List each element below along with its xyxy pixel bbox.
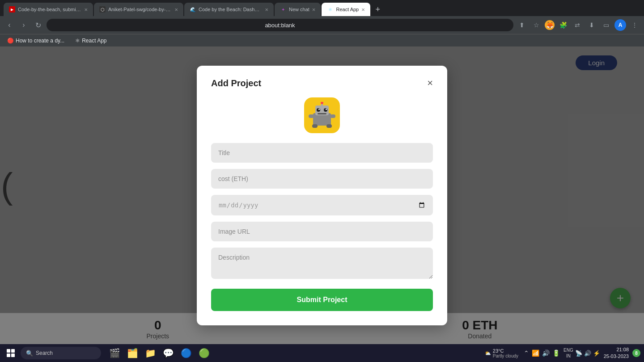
- taskbar-search-label: Search: [36, 350, 53, 356]
- reload-button[interactable]: ↻: [32, 19, 44, 31]
- taskbar-clock: 21:08 25-03-2023: [604, 346, 629, 360]
- bookmark-1-favicon: 🔴: [7, 38, 14, 44]
- network-icon[interactable]: 📶: [532, 349, 539, 357]
- tab-1[interactable]: ▶ Code-by-the-beach, submission ×: [4, 3, 93, 16]
- tab-2-close[interactable]: ×: [174, 6, 178, 13]
- bookmark-2[interactable]: ⚛ React App: [72, 37, 109, 45]
- system-icons: ⌃ 📶 🔊 🔋: [524, 349, 560, 357]
- win-sq-3: [7, 354, 10, 357]
- modal-icon-area: [211, 97, 433, 133]
- bookmarks-bar: 🔴 How to create a dy... ⚛ React App: [0, 34, 644, 46]
- svg-point-8: [321, 102, 323, 104]
- taskbar-search-icon: 🔍: [26, 350, 33, 357]
- start-button[interactable]: [4, 346, 18, 360]
- svg-point-4: [318, 109, 320, 110]
- avatar-icon[interactable]: 🦊: [545, 20, 555, 30]
- date-input[interactable]: [211, 195, 433, 215]
- tab-3[interactable]: 🌊 Code by the Beach: Dashboard | ×: [184, 3, 274, 16]
- volume-icon[interactable]: 🔊: [584, 350, 591, 357]
- sync-icon[interactable]: ⇄: [572, 19, 583, 31]
- taskbar-search[interactable]: 🔍 Search: [21, 347, 101, 359]
- download-icon[interactable]: ⬇: [586, 19, 597, 31]
- svg-point-3: [324, 108, 327, 112]
- speakers-icon[interactable]: 🔊: [542, 349, 550, 357]
- forward-button[interactable]: ›: [18, 19, 30, 31]
- share-icon[interactable]: ⬆: [516, 19, 528, 31]
- battery-icon[interactable]: 🔋: [552, 349, 560, 357]
- taskbar-app-3-icon: 📁: [145, 348, 156, 358]
- chevron-up-icon[interactable]: ⌃: [524, 349, 529, 357]
- power-icon[interactable]: ⚡: [593, 350, 600, 357]
- taskbar-apps: 🎬 🗂️ 📁 💬 🔵 🟢: [106, 345, 212, 361]
- svg-rect-11: [309, 114, 314, 118]
- description-input[interactable]: [211, 248, 433, 279]
- svg-rect-6: [318, 113, 326, 114]
- tab-2[interactable]: ⬡ Aniket-Patel-swg/code-by-the-b... ×: [94, 3, 183, 16]
- back-button[interactable]: ‹: [4, 19, 15, 31]
- taskbar-app-1[interactable]: 🎬: [106, 345, 123, 361]
- tab-5[interactable]: ⚛ React App ×: [322, 3, 370, 16]
- taskbar-right: ⛅ 23°C Partly cloudy ⌃ 📶 🔊 🔋 ENG IN 📡 🔊 …: [485, 346, 640, 360]
- svg-rect-10: [326, 124, 332, 128]
- tab-4-favicon: ✦: [280, 6, 286, 13]
- sidebar-icon[interactable]: ▭: [600, 19, 612, 31]
- weather-temp: 23°C: [493, 348, 518, 354]
- tab-4-close[interactable]: ×: [312, 6, 316, 13]
- tab-2-title: Aniket-Patel-swg/code-by-the-b...: [108, 7, 172, 12]
- windows-logo: [7, 349, 15, 357]
- puzzle-icon[interactable]: 🧩: [557, 19, 569, 31]
- taskbar-app-2-icon: 🗂️: [127, 348, 138, 358]
- taskbar-app-5[interactable]: 🔵: [178, 345, 194, 361]
- taskbar-app-6[interactable]: 🟢: [196, 345, 212, 361]
- bookmark-icon[interactable]: ☆: [530, 19, 542, 31]
- weather-widget: ⛅ 23°C Partly cloudy: [485, 348, 518, 358]
- modal-header: Add Project ×: [211, 78, 433, 88]
- browser-chrome: ▶ Code-by-the-beach, submission × ⬡ Anik…: [0, 0, 644, 46]
- taskbar-app-2[interactable]: 🗂️: [124, 345, 140, 361]
- win-sq-1: [7, 349, 10, 353]
- clock-time: 21:08: [604, 346, 629, 353]
- tab-bar: ▶ Code-by-the-beach, submission × ⬡ Anik…: [0, 0, 644, 16]
- weather-desc: Partly cloudy: [493, 354, 518, 358]
- tab-2-favicon: ⬡: [99, 6, 106, 13]
- toolbar-icons: ⬆ ☆ 🦊 🧩 ⇄ ⬇ ▭ A ⋮: [516, 19, 640, 31]
- image-url-input[interactable]: [211, 222, 433, 241]
- add-project-modal: Add Project ×: [197, 66, 447, 325]
- svg-rect-12: [330, 114, 335, 118]
- modal-close-button[interactable]: ×: [427, 78, 433, 88]
- taskbar: 🔍 Search 🎬 🗂️ 📁 💬 🔵 🟢 ⛅ 23°C Partly clou…: [0, 344, 644, 362]
- taskbar-app-4[interactable]: 💬: [160, 345, 176, 361]
- tab-1-title: Code-by-the-beach, submission: [18, 7, 81, 12]
- weather-icon: ⛅: [485, 350, 491, 356]
- tab-3-title: Code by the Beach: Dashboard |: [199, 7, 262, 12]
- tab-4-title: New chat: [289, 7, 309, 12]
- taskbar-app-6-icon: 🟢: [199, 348, 210, 358]
- svg-point-2: [317, 108, 320, 112]
- tab-1-close[interactable]: ×: [84, 6, 88, 13]
- taskbar-app-3[interactable]: 📁: [142, 345, 158, 361]
- taskbar-app-1-icon: 🎬: [109, 348, 120, 358]
- svg-rect-9: [312, 124, 318, 128]
- tab-3-close[interactable]: ×: [265, 6, 268, 13]
- notification-badge[interactable]: 8: [632, 349, 640, 357]
- wifi-icon[interactable]: 📡: [575, 350, 582, 357]
- bookmark-1[interactable]: 🔴 How to create a dy...: [4, 37, 67, 45]
- title-input[interactable]: [211, 143, 433, 163]
- robot-icon: [304, 97, 340, 133]
- profile-icon[interactable]: A: [614, 19, 626, 31]
- submit-project-button[interactable]: Submit Project: [211, 289, 433, 311]
- taskbar-app-5-icon: 🔵: [181, 348, 192, 358]
- tab-5-close[interactable]: ×: [361, 6, 365, 13]
- menu-icon[interactable]: ⋮: [629, 19, 640, 31]
- address-input[interactable]: [47, 19, 513, 31]
- tab-5-title: React App: [336, 7, 359, 12]
- tab-1-favicon: ▶: [9, 6, 15, 13]
- page-area: Bring Cr Life On Login ( 0 Projects 0 ET…: [0, 46, 644, 344]
- tab-4[interactable]: ✦ New chat ×: [275, 3, 321, 16]
- new-tab-button[interactable]: +: [371, 3, 385, 16]
- bookmark-2-label: React App: [82, 38, 106, 44]
- robot-svg: [309, 102, 335, 129]
- taskbar-app-4-icon: 💬: [163, 348, 174, 358]
- tab-3-favicon: 🌊: [190, 6, 196, 13]
- cost-input[interactable]: [211, 169, 433, 189]
